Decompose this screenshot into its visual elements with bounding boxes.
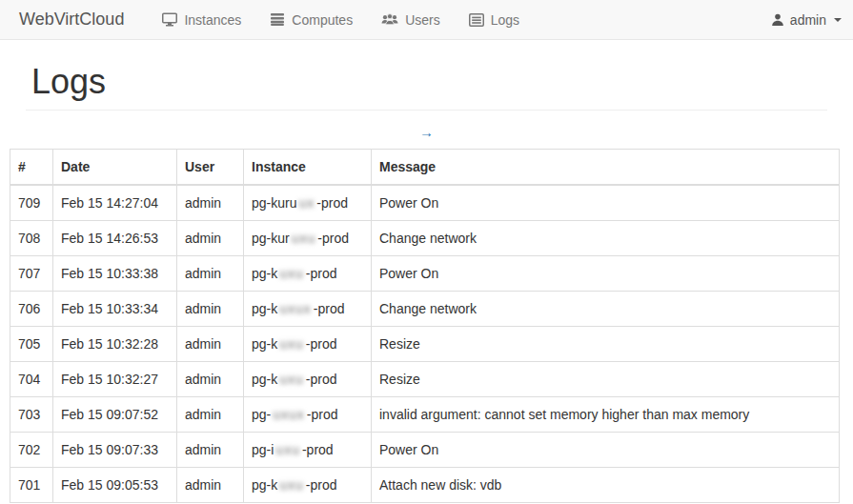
log-id-cell: 701 bbox=[10, 467, 53, 502]
log-date-cell: Feb 15 09:05:53 bbox=[53, 467, 177, 502]
log-date-cell: Feb 15 10:33:34 bbox=[53, 291, 177, 326]
pagination: → bbox=[0, 123, 853, 142]
log-instance-cell: pg-kuxu-prod bbox=[244, 255, 372, 291]
desktop-icon bbox=[162, 12, 177, 27]
log-instance-cell: pg-kuxu-prod bbox=[244, 326, 372, 361]
log-user-cell: admin bbox=[177, 467, 244, 502]
log-message-cell: Resize bbox=[372, 361, 840, 396]
user-icon bbox=[771, 13, 784, 27]
log-message-cell: Power On bbox=[372, 255, 840, 291]
log-message-cell: Change network bbox=[372, 220, 840, 255]
redacted-text: uxu bbox=[275, 442, 300, 457]
log-instance-cell: pg-kuruxu-prod bbox=[244, 220, 372, 255]
user-menu-dropdown[interactable]: admin bbox=[757, 0, 853, 40]
column-header-user: User bbox=[177, 149, 244, 185]
table-header-row: # Date User Instance Message bbox=[10, 149, 840, 185]
log-id-cell: 703 bbox=[10, 396, 53, 432]
log-user-cell: admin bbox=[177, 361, 244, 396]
nav-item-logs[interactable]: Logs bbox=[455, 0, 534, 40]
nav-item-label: Instances bbox=[184, 12, 241, 28]
log-id-cell: 709 bbox=[10, 185, 53, 221]
log-id-cell: 707 bbox=[10, 255, 53, 291]
log-row: 709 Feb 15 14:27:04 admin pg-kuruux-prod… bbox=[10, 185, 840, 221]
server-icon bbox=[270, 12, 285, 27]
log-row: 707 Feb 15 10:33:38 admin pg-kuxu-prod P… bbox=[10, 255, 840, 291]
logs-table: # Date User Instance Message 709 Feb 15 … bbox=[10, 149, 840, 503]
log-message-cell: Attach new disk: vdb bbox=[372, 467, 840, 502]
log-instance-cell: pg-kuxu-prod bbox=[244, 361, 372, 396]
nav-item-instances[interactable]: Instances bbox=[148, 0, 255, 40]
main-nav: Instances Computes bbox=[148, 0, 534, 40]
page-title: Logs bbox=[31, 63, 827, 101]
page-header: Logs bbox=[26, 63, 827, 111]
log-message-cell: Power On bbox=[372, 185, 840, 221]
column-header-instance: Instance bbox=[244, 149, 372, 185]
brand-link[interactable]: WebVirtCloud bbox=[0, 10, 124, 30]
log-id-cell: 702 bbox=[10, 432, 53, 467]
log-row: 705 Feb 15 10:32:28 admin pg-kuxu-prod R… bbox=[10, 326, 840, 361]
log-user-cell: admin bbox=[177, 185, 244, 221]
log-instance-cell: pg-kuxux-prod bbox=[244, 291, 372, 326]
nav-item-label: Users bbox=[405, 12, 440, 28]
log-date-cell: Feb 15 10:32:27 bbox=[53, 361, 177, 396]
log-message-cell: Change network bbox=[372, 291, 840, 326]
log-user-cell: admin bbox=[177, 220, 244, 255]
log-instance-cell: pg-kuxu-prod bbox=[244, 467, 372, 502]
redacted-text: uxu bbox=[279, 372, 304, 387]
chevron-down-icon bbox=[834, 18, 842, 22]
redacted-text: uxux bbox=[279, 301, 312, 316]
log-id-cell: 706 bbox=[10, 291, 53, 326]
redacted-text: uxu bbox=[292, 231, 316, 246]
user-menu-label: admin bbox=[790, 12, 826, 28]
log-date-cell: Feb 15 14:26:53 bbox=[53, 220, 177, 255]
redacted-text: uxu bbox=[279, 477, 304, 493]
redacted-text: ux bbox=[298, 195, 315, 211]
log-row: 708 Feb 15 14:26:53 admin pg-kuruxu-prod… bbox=[10, 220, 840, 255]
log-date-cell: Feb 15 10:33:38 bbox=[53, 255, 177, 291]
nav-item-users[interactable]: Users bbox=[367, 0, 455, 40]
nav-item-computes[interactable]: Computes bbox=[255, 0, 367, 40]
log-message-cell: Power On bbox=[372, 432, 840, 467]
log-user-cell: admin bbox=[177, 255, 244, 291]
log-id-cell: 704 bbox=[10, 361, 53, 396]
log-row: 702 Feb 15 09:07:33 admin pg-iuxu-prod P… bbox=[10, 432, 840, 467]
column-header-id: # bbox=[10, 149, 53, 185]
column-header-message: Message bbox=[372, 149, 840, 185]
log-user-cell: admin bbox=[177, 432, 244, 467]
log-instance-cell: pg-kuruux-prod bbox=[244, 185, 372, 221]
log-row: 704 Feb 15 10:32:27 admin pg-kuxu-prod R… bbox=[10, 361, 840, 396]
redacted-text: uxux bbox=[273, 407, 305, 422]
column-header-date: Date bbox=[53, 149, 177, 185]
log-date-cell: Feb 15 09:07:52 bbox=[53, 396, 177, 432]
log-user-cell: admin bbox=[177, 291, 244, 326]
log-user-cell: admin bbox=[177, 326, 244, 361]
redacted-text: uxu bbox=[279, 266, 304, 281]
log-instance-cell: pg-iuxu-prod bbox=[244, 432, 372, 467]
redacted-text: uxu bbox=[279, 336, 304, 352]
logs-icon bbox=[469, 13, 484, 27]
log-id-cell: 705 bbox=[10, 326, 53, 361]
pagination-next-link[interactable]: → bbox=[419, 124, 434, 140]
log-row: 703 Feb 15 09:07:52 admin pg-uxux-prod i… bbox=[10, 396, 840, 432]
log-instance-cell: pg-uxux-prod bbox=[244, 396, 372, 432]
users-icon bbox=[381, 12, 398, 27]
log-date-cell: Feb 15 09:07:33 bbox=[53, 432, 177, 467]
nav-item-label: Computes bbox=[292, 12, 353, 28]
nav-item-label: Logs bbox=[491, 12, 519, 28]
top-navbar: WebVirtCloud Instances Comp bbox=[0, 0, 853, 40]
log-user-cell: admin bbox=[177, 396, 244, 432]
log-message-cell: Resize bbox=[372, 326, 840, 361]
log-date-cell: Feb 15 14:27:04 bbox=[53, 185, 177, 221]
log-row: 706 Feb 15 10:33:34 admin pg-kuxux-prod … bbox=[10, 291, 840, 326]
log-message-cell: invalid argument: cannot set memory high… bbox=[372, 396, 840, 432]
log-id-cell: 708 bbox=[10, 220, 53, 255]
log-date-cell: Feb 15 10:32:28 bbox=[53, 326, 177, 361]
log-row: 701 Feb 15 09:05:53 admin pg-kuxu-prod A… bbox=[10, 467, 840, 502]
